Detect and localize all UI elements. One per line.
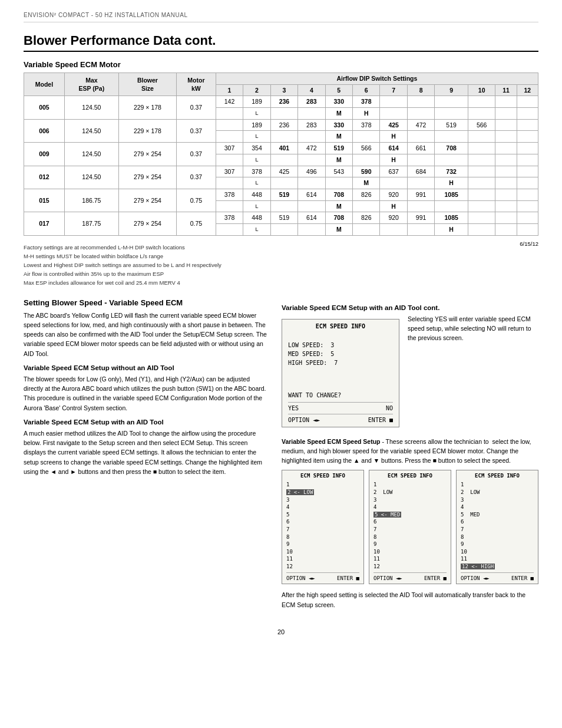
ecm-med-speed-val: MED SPEED: 5 [288, 350, 393, 358]
model-015: 015 [24, 189, 65, 212]
and-text: and [58, 468, 69, 475]
setting-blower-title: Setting Blower Speed - Variable Speed EC… [24, 298, 267, 307]
setting-blower-body: The ABC board's Yellow Config LED will f… [24, 311, 267, 358]
note-2: M-H settings MUST be located within bold… [24, 252, 222, 261]
ecm-yes-label: YES [288, 405, 299, 411]
two-col-section: Setting Blower Speed - Variable Speed EC… [24, 298, 538, 614]
note-1: Factory settings are at recommended L-M-… [24, 243, 222, 252]
col-blower-size: BlowerSize [118, 73, 176, 96]
model-005: 005 [24, 96, 65, 119]
ecm-low-speed [288, 332, 393, 341]
ecm-screen-small-2: ECM SPEED INFO 1 2 LOW 3 4 5 <- MED 6 7 … [369, 470, 451, 584]
model-012: 012 [24, 166, 65, 189]
dip-9: 9 [435, 84, 468, 96]
table-notes: Factory settings are at recommended L-M-… [24, 243, 222, 288]
ecm-screen-main-title: ECM SPEED INFO [288, 323, 393, 330]
ecm-option-label: OPTION ◄► [288, 417, 320, 423]
right-body-text: Selecting YES will enter variable speed … [408, 314, 538, 343]
ecm-no-label: NO [386, 405, 393, 411]
right-column: Variable Speed ECM Setup with an AID Too… [282, 298, 538, 614]
col-model: Model [24, 73, 65, 96]
header-text: ENVISION² COMPACT - 50 HZ INSTALLATION M… [24, 12, 187, 18]
ecm-high-speed-val: HIGH SPEED: 7 [288, 358, 393, 367]
table-date: 6/15/12 [520, 241, 538, 247]
dip-6: 6 [353, 84, 380, 96]
subsection2-body: A much easier method utilizes the AID To… [24, 429, 267, 476]
ecm-screen-small-3: ECM SPEED INFO 1 2 LOW 3 4 5 MED 6 7 8 9… [456, 470, 538, 584]
dip-5: 5 [325, 84, 352, 96]
page-title: Blower Performance Data cont. [24, 33, 538, 52]
page-number: 20 [24, 628, 538, 635]
dip-1: 1 [216, 84, 243, 96]
dip-12: 12 [517, 84, 538, 96]
note-3: Lowest and Highest DIP switch settings a… [24, 261, 222, 269]
ecm-screen-bottom: YES NO [288, 402, 393, 411]
ecm-low-speed-val: LOW SPEED: 3 [288, 341, 393, 350]
ecm-screen-small-1: ECM SPEED INFO 1 2 <- LOW 3 4 5 6 7 8 9 … [282, 470, 364, 584]
airflow-header: Airflow DIP Switch Settings [216, 73, 538, 85]
ecm-screen-main: ECM SPEED INFO LOW SPEED: 3 MED SPEED: 5… [282, 319, 399, 427]
dip-10: 10 [468, 84, 495, 96]
variable-speed-section-title: Variable Speed ECM Motor [24, 60, 538, 69]
subsection2-title: Variable Speed ECM Setup with an AID Too… [24, 419, 267, 426]
col-esp: MaxESP (Pa) [64, 73, 118, 96]
note-4: Air flow is controlled within 35% up to … [24, 269, 222, 278]
dip-8: 8 [407, 84, 434, 96]
left-column: Setting Blower Speed - Variable Speed EC… [24, 298, 267, 614]
after-text: After the high speed setting is selected… [282, 590, 538, 610]
subsection1-body: The blower speeds for Low (G only), Med … [24, 374, 267, 413]
ecm-enter-label: ENTER ■ [368, 417, 393, 423]
col-motor-kw: MotorkW [176, 73, 216, 96]
dip-11: 11 [495, 84, 517, 96]
ecm-want-change: WANT TO CHANGE? [288, 391, 393, 400]
note-5: Max ESP includes allowance for wet coil … [24, 278, 222, 287]
dip-3: 3 [270, 84, 297, 96]
ecm-screens-row: ECM SPEED INFO 1 2 <- LOW 3 4 5 6 7 8 9 … [282, 470, 538, 584]
blower-performance-table: Model MaxESP (Pa) BlowerSize MotorkW Air… [24, 73, 538, 236]
speed-setup-text: Variable Speed ECM Speed Setup - These s… [282, 437, 538, 466]
ecm-screen-options: OPTION ◄► ENTER ■ [288, 414, 393, 423]
model-006: 006 [24, 119, 65, 142]
model-009: 009 [24, 143, 65, 166]
right-subsection-title: Variable Speed ECM Setup with an AID Too… [282, 304, 538, 311]
model-017: 017 [24, 212, 65, 235]
header-bar: ENVISION² COMPACT - 50 HZ INSTALLATION M… [24, 12, 538, 22]
dip-7: 7 [380, 84, 407, 96]
subsection1-title: Variable Speed ECM Setup without an AID … [24, 364, 267, 371]
dip-4: 4 [298, 84, 325, 96]
dip-2: 2 [243, 84, 270, 96]
